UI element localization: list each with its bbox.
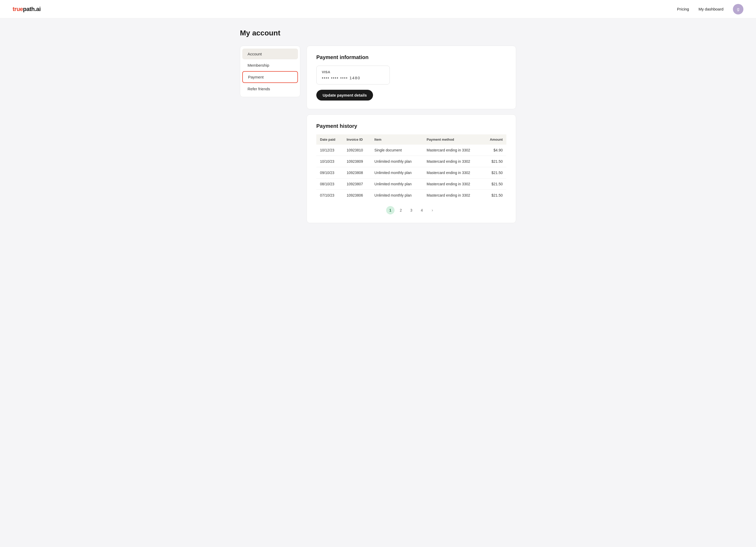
pagination: 1 2 3 4 ›	[316, 206, 506, 214]
cell-item: Single document	[371, 145, 423, 156]
sidebar-item-payment[interactable]: Payment	[242, 71, 298, 83]
table-row: 09/10/2310923808Unlimited monthly planMa…	[316, 167, 506, 178]
payment-info-card: Payment information VISA •••• •••• •••• …	[307, 46, 516, 109]
sidebar-item-refer[interactable]: Refer friends	[242, 83, 298, 94]
cell-amount: $21.50	[483, 178, 506, 190]
table-body: 10/12/2310923810Single documentMastercar…	[316, 145, 506, 201]
card-details-box: VISA •••• •••• •••• 1480	[316, 66, 390, 85]
sidebar-item-account[interactable]: Account	[242, 49, 298, 59]
cell-amount: $21.50	[483, 190, 506, 201]
cell-item: Unlimited monthly plan	[371, 190, 423, 201]
main-content: Payment information VISA •••• •••• •••• …	[307, 46, 516, 223]
cell-date: 07/10/23	[316, 190, 343, 201]
cell-invoice: 10923808	[343, 167, 371, 178]
card-number: •••• •••• •••• 1480	[322, 76, 384, 80]
layout: Account Membership Payment Refer friends…	[240, 46, 516, 223]
col-date: Date paid	[316, 134, 343, 145]
cell-method: Mastercard ending in 3302	[423, 178, 482, 190]
card-brand: VISA	[322, 70, 384, 74]
col-invoice: Invoice ID	[343, 134, 371, 145]
cell-method: Mastercard ending in 3302	[423, 156, 482, 167]
cell-method: Mastercard ending in 3302	[423, 190, 482, 201]
table-header-row: Date paid Invoice ID Item Payment method…	[316, 134, 506, 145]
header: truepath.ai Pricing My dashboard g	[0, 0, 756, 18]
page-title: My account	[240, 29, 516, 37]
cell-invoice: 10923807	[343, 178, 371, 190]
payment-info-title: Payment information	[316, 54, 506, 60]
pricing-link[interactable]: Pricing	[677, 7, 689, 11]
table-row: 07/10/2310923806Unlimited monthly planMa…	[316, 190, 506, 201]
update-payment-button[interactable]: Update payment details	[316, 90, 373, 101]
avatar[interactable]: g	[733, 4, 743, 14]
cell-item: Unlimited monthly plan	[371, 167, 423, 178]
logo[interactable]: truepath.ai	[13, 6, 41, 13]
cell-date: 10/12/23	[316, 145, 343, 156]
cell-method: Mastercard ending in 3302	[423, 167, 482, 178]
cell-item: Unlimited monthly plan	[371, 156, 423, 167]
cell-date: 10/10/23	[316, 156, 343, 167]
cell-date: 08/10/23	[316, 178, 343, 190]
logo-path: path.ai	[23, 6, 41, 12]
col-item: Item	[371, 134, 423, 145]
cell-invoice: 10923806	[343, 190, 371, 201]
table-header: Date paid Invoice ID Item Payment method…	[316, 134, 506, 145]
page-1-button[interactable]: 1	[386, 206, 395, 214]
table-row: 08/10/2310923807Unlimited monthly planMa…	[316, 178, 506, 190]
cell-item: Unlimited monthly plan	[371, 178, 423, 190]
cell-amount: $21.50	[483, 156, 506, 167]
header-nav: Pricing My dashboard g	[677, 4, 743, 14]
next-page-button[interactable]: ›	[428, 206, 437, 214]
page-4-button[interactable]: 4	[418, 206, 426, 214]
col-amount: Amount	[483, 134, 506, 145]
cell-date: 09/10/23	[316, 167, 343, 178]
sidebar-item-membership[interactable]: Membership	[242, 60, 298, 71]
page-container: My account Account Membership Payment Re…	[234, 18, 522, 234]
payment-history-card: Payment history Date paid Invoice ID Ite…	[307, 114, 516, 223]
cell-amount: $21.50	[483, 167, 506, 178]
cell-method: Mastercard ending in 3302	[423, 145, 482, 156]
cell-invoice: 10923810	[343, 145, 371, 156]
cell-invoice: 10923809	[343, 156, 371, 167]
page-2-button[interactable]: 2	[397, 206, 405, 214]
col-method: Payment method	[423, 134, 482, 145]
page-3-button[interactable]: 3	[407, 206, 416, 214]
dashboard-link[interactable]: My dashboard	[699, 7, 723, 11]
table-row: 10/10/2310923809Unlimited monthly planMa…	[316, 156, 506, 167]
payment-history-table: Date paid Invoice ID Item Payment method…	[316, 134, 506, 201]
sidebar: Account Membership Payment Refer friends	[240, 46, 300, 97]
logo-true: true	[13, 6, 23, 12]
cell-amount: $4.90	[483, 145, 506, 156]
payment-history-title: Payment history	[316, 123, 506, 129]
table-row: 10/12/2310923810Single documentMastercar…	[316, 145, 506, 156]
